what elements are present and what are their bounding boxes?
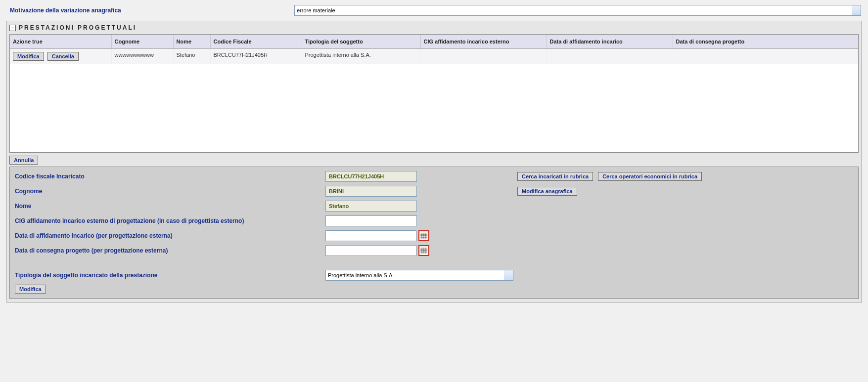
select-tipologia[interactable]: Progettista interno alla S.A. [325, 270, 513, 281]
motivazione-row: Motivazione della variazione anagrafica … [6, 1, 862, 20]
col-nome: Nome [173, 35, 210, 49]
col-tipologia: Tipologia del soggetto [302, 35, 420, 49]
cell-cognome: wwwwwwwwww [111, 49, 173, 64]
calendar-icon-data-aff[interactable] [418, 230, 429, 241]
label-cig: CIG affidamento incarico esterno di prog… [15, 217, 321, 225]
col-azione: Azione true [10, 35, 111, 49]
annulla-button[interactable]: Annulla [9, 156, 38, 165]
row-cancella-button[interactable]: Cancella [47, 52, 79, 61]
cell-tipologia: Progettista interno alla S.A. [302, 49, 420, 64]
modifica-anagrafica-button[interactable]: Modifica anagrafica [517, 187, 577, 196]
input-cig[interactable] [325, 215, 417, 226]
input-data-cons[interactable] [325, 245, 416, 256]
cell-cig [420, 49, 547, 64]
table-header-row: Azione true Cognome Nome Codice Fiscale … [10, 35, 858, 49]
detail-panel: Codice fiscale Incaricato Cerca incarica… [9, 167, 859, 299]
motivazione-select[interactable]: errore materiale [294, 5, 861, 16]
input-data-aff[interactable] [325, 230, 416, 241]
panel-title: PRESTAZIONI PROGETTUALI [19, 24, 137, 31]
row-modifica-button[interactable]: Modifica [13, 52, 44, 61]
panel-header: − PRESTAZIONI PROGETTUALI [6, 21, 862, 34]
label-data-cons: Data di consegna progetto (per progettaz… [15, 247, 321, 255]
collapse-toggle[interactable]: − [9, 25, 16, 31]
label-cf: Codice fiscale Incaricato [15, 173, 321, 180]
col-cf: Codice Fiscale [210, 35, 302, 49]
cell-azione: Modifica Cancella [10, 49, 111, 64]
cell-nome: Stefano [173, 49, 210, 64]
input-cognome [325, 186, 417, 197]
label-nome: Nome [15, 203, 321, 210]
col-data-cons: Data di consegna progetto [673, 35, 858, 49]
prestazioni-panel: − PRESTAZIONI PROGETTUALI Azione true [6, 21, 862, 302]
label-tipologia: Tipologia del soggetto incaricato della … [15, 272, 321, 279]
cell-cf: BRCLCU77H21J405H [210, 49, 302, 64]
motivazione-label: Motivazione della variazione anagrafica [10, 7, 289, 14]
col-cognome: Cognome [111, 35, 173, 49]
col-data-aff: Data di affidamento incarico [547, 35, 673, 49]
input-nome [325, 201, 417, 212]
prestazioni-table: Azione true Cognome Nome Codice Fiscale … [10, 35, 858, 64]
label-data-aff: Data di affidamento incarico (per proget… [15, 232, 321, 240]
calendar-icon-data-cons[interactable] [418, 245, 429, 256]
cell-data-cons [673, 49, 858, 64]
detail-modifica-button[interactable]: Modifica [15, 285, 46, 294]
table-row: Modifica Cancella wwwwwwwwww Stefano BRC… [10, 49, 858, 64]
label-cognome: Cognome [15, 188, 321, 195]
table-container: Azione true Cognome Nome Codice Fiscale … [9, 34, 859, 153]
cerca-operatori-button[interactable]: Cerca operatori economici in rubrica [598, 172, 702, 181]
cerca-incaricati-button[interactable]: Cerca incaricati in rubrica [517, 172, 593, 181]
input-cf [325, 171, 417, 182]
col-cig: CIG affidamento incarico esterno [420, 35, 547, 49]
cell-data-aff [547, 49, 673, 64]
